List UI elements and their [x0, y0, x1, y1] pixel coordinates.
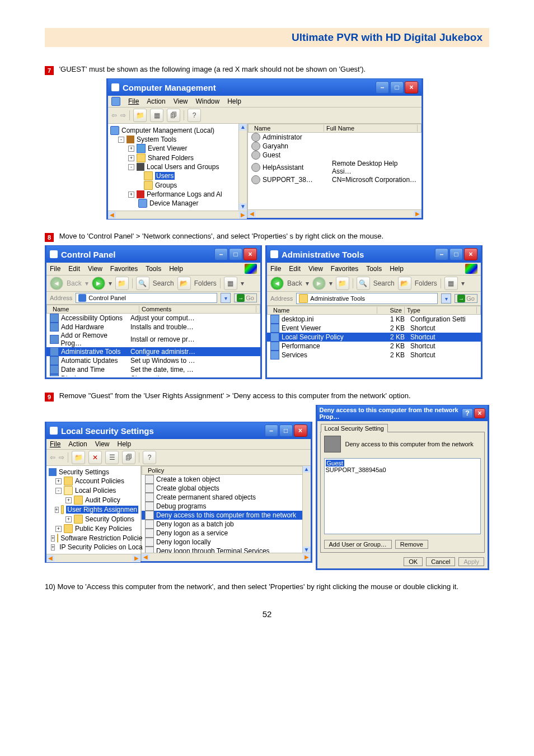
menu-action[interactable]: Action — [147, 97, 165, 105]
menu-favorites[interactable]: Favorites — [110, 265, 138, 273]
lss-titlebar[interactable]: Local Security Settings –□× — [46, 422, 311, 439]
cm-userlist[interactable]: AdministratorGaryahnGuestHelpAssistantRe… — [248, 133, 421, 184]
add-user-button[interactable]: Add User or Group… — [324, 540, 392, 549]
expand-icon[interactable]: + — [65, 497, 72, 503]
at-item[interactable]: Services2 KBShortcut — [267, 351, 481, 360]
col-fullname[interactable]: Full Name — [324, 125, 418, 132]
cm-columns[interactable]: Name Full Name — [248, 124, 421, 133]
menu-help[interactable]: Help — [227, 97, 241, 105]
scroll-right-icon[interactable]: ▶ — [414, 211, 421, 217]
col-comments[interactable]: Comments — [139, 306, 256, 312]
folders-icon[interactable]: 📂 — [177, 277, 191, 290]
expand-icon[interactable]: + — [65, 516, 72, 522]
tree-root[interactable]: Computer Management (Local) — [121, 127, 214, 134]
scroll-up-icon[interactable]: ▲ — [239, 124, 247, 130]
menu-view[interactable]: View — [95, 440, 110, 448]
minimize-button[interactable]: – — [376, 81, 389, 94]
user-row[interactable]: HelpAssistantRemote Desktop Help Assi… — [248, 160, 421, 175]
tree-eventviewer[interactable]: Event Viewer — [148, 144, 187, 152]
scroll-left-icon[interactable]: ◀ — [142, 554, 149, 561]
policy-item[interactable]: Deny logon as a service — [142, 529, 311, 538]
help-icon[interactable]: ? — [188, 109, 201, 122]
back-icon[interactable]: ⇦ — [50, 454, 55, 461]
menu-tools[interactable]: Tools — [146, 265, 161, 273]
props-icon[interactable]: ☰ — [105, 451, 119, 464]
menu-file[interactable]: File — [128, 97, 139, 105]
address-dropdown-icon[interactable]: ▾ — [221, 293, 231, 303]
expand-icon[interactable]: - — [118, 137, 124, 143]
tree-lug[interactable]: Local Users and Groups — [147, 163, 219, 171]
cp-item[interactable]: Automatic UpdatesSet up Windows to … — [46, 356, 260, 365]
cp-item[interactable]: DisplayChange the appear… — [46, 374, 260, 376]
minimize-button[interactable]: – — [265, 424, 278, 437]
address-dropdown-icon[interactable]: ▾ — [441, 293, 451, 304]
help-button[interactable]: ? — [462, 408, 473, 418]
fwd-icon[interactable]: ⇨ — [120, 111, 126, 119]
policy-item[interactable]: Deny logon locally — [142, 538, 311, 547]
col-size[interactable]: Size — [377, 307, 405, 314]
tree-secopt[interactable]: Security Options — [85, 515, 134, 523]
cp-item[interactable]: Add or Remove Prog…Install or remove pr… — [46, 332, 260, 347]
tree-account[interactable]: Account Policies — [75, 477, 124, 485]
back-icon[interactable]: ⇦ — [111, 111, 117, 119]
tree-users[interactable]: Users — [155, 172, 175, 180]
go-button[interactable]: →Go — [455, 294, 477, 303]
close-button[interactable]: × — [474, 408, 485, 418]
at-titlebar[interactable]: Administrative Tools –□× — [267, 245, 481, 263]
back-icon[interactable]: ◄ — [270, 277, 284, 290]
menu-edit[interactable]: Edit — [68, 265, 80, 273]
tree-ipsec[interactable]: IP Security Policies on Loca — [59, 543, 143, 551]
tree-security[interactable]: Security Settings — [59, 468, 109, 476]
menu-file[interactable]: File — [50, 440, 60, 448]
folders-icon[interactable]: 📂 — [398, 277, 411, 290]
props-icon[interactable]: ▦ — [150, 109, 163, 122]
menu-tools[interactable]: Tools — [366, 265, 382, 273]
scroll-left-icon[interactable]: ◀ — [108, 212, 116, 218]
tree-shared[interactable]: Shared Folders — [148, 154, 194, 162]
col-policy[interactable]: Policy — [146, 467, 307, 474]
policy-item[interactable]: Deny logon as a batch job — [142, 520, 311, 529]
scroll-right-icon[interactable]: ▶ — [133, 555, 140, 562]
dlg-entry[interactable]: SUPPORT_388945a0 — [326, 466, 480, 473]
at-item[interactable]: desktop.ini1 KBConfiguration Setti — [267, 315, 481, 324]
tree-ura[interactable]: User Rights Assignmen — [66, 506, 138, 514]
menu-help[interactable]: Help — [169, 265, 183, 273]
cp-titlebar[interactable]: Control Panel –□× — [46, 245, 260, 263]
minimize-button[interactable]: – — [214, 248, 228, 260]
menu-help[interactable]: Help — [118, 440, 132, 448]
ok-button[interactable]: OK — [404, 557, 423, 566]
expand-icon[interactable]: + — [51, 544, 55, 550]
close-button[interactable]: × — [405, 81, 418, 94]
delete-icon[interactable]: ✕ — [88, 451, 102, 464]
tree-perf[interactable]: Performance Logs and Al — [147, 190, 222, 198]
lss-policy-list[interactable]: Create a token objectCreate global objec… — [142, 475, 311, 556]
policy-item[interactable]: Create permanent shared objects — [142, 493, 311, 502]
expand-icon[interactable]: + — [51, 535, 55, 542]
at-list[interactable]: desktop.ini1 KBConfiguration SettiEvent … — [267, 315, 481, 377]
address-field[interactable]: Administrative Tools — [296, 293, 438, 304]
menu-window[interactable]: Window — [196, 97, 220, 105]
user-row[interactable]: Garyahn — [248, 142, 421, 151]
close-button[interactable]: × — [464, 248, 477, 260]
policy-item[interactable]: Create a token object — [142, 475, 311, 484]
expand-icon[interactable]: + — [128, 192, 134, 198]
refresh-icon[interactable]: 🗐 — [167, 109, 180, 122]
search-icon[interactable]: 🔍 — [357, 277, 370, 290]
remove-button[interactable]: Remove — [395, 540, 428, 549]
policy-item[interactable]: Create global objects — [142, 484, 311, 493]
cp-item[interactable]: Accessibility OptionsAdjust your comput… — [46, 314, 260, 323]
at-item[interactable]: Event Viewer2 KBShortcut — [267, 324, 481, 333]
scroll-down-icon[interactable]: ▼ — [239, 203, 247, 210]
col-name[interactable]: Name — [50, 306, 139, 312]
expand-icon[interactable]: + — [55, 507, 59, 513]
user-row[interactable]: SUPPORT_38…CN=Microsoft Corporation… — [248, 175, 421, 184]
at-item[interactable]: Performance2 KBShortcut — [267, 342, 481, 351]
menu-action[interactable]: Action — [68, 440, 87, 448]
scroll-left-icon[interactable]: ◀ — [46, 555, 54, 562]
tree-local[interactable]: Local Policies — [75, 487, 116, 494]
address-field[interactable]: Control Panel — [76, 293, 217, 303]
cancel-button[interactable]: Cancel — [426, 557, 455, 566]
policy-item[interactable]: Debug programs — [142, 502, 311, 511]
maximize-button[interactable]: □ — [390, 81, 404, 94]
menu-edit[interactable]: Edit — [289, 265, 301, 273]
